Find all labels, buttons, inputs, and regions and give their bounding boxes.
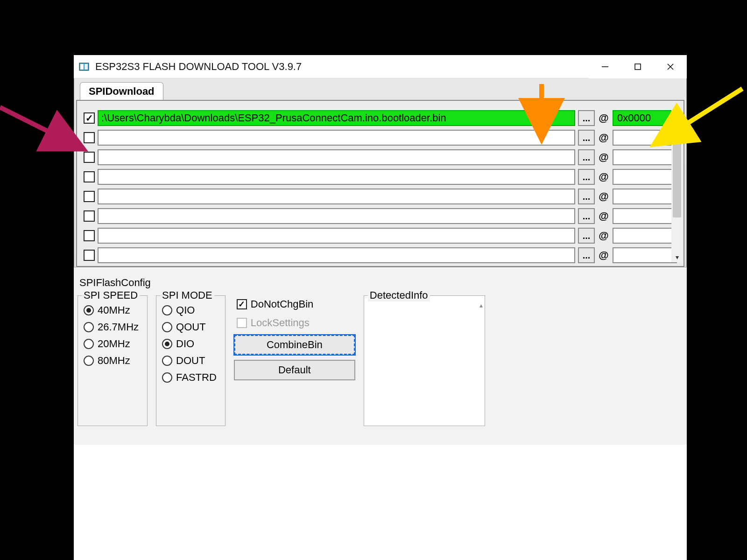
config-title: SPIFlashConfig [78,277,683,289]
spi-mode-qio[interactable]: QIO [162,304,217,316]
file-enable-checkbox[interactable] [84,230,95,241]
titlebar: ESP32S3 FLASH DOWNLOAD TOOL V3.9.7 [74,55,687,78]
svg-rect-2 [85,64,88,70]
file-address-input[interactable] [613,228,677,244]
maximize-button[interactable] [621,55,654,78]
radio-label: QOUT [176,321,206,333]
tab-spidownload[interactable]: SPIDownload [80,82,163,100]
file-row: ...@ [84,130,677,146]
file-address-input[interactable] [613,130,677,146]
scrollbar[interactable]: ▾ [671,109,683,262]
option-buttons: DoNotChgBin LockSettings CombineBin Defa… [234,289,355,426]
at-label: @ [598,171,610,183]
at-label: @ [598,151,610,163]
radio-label: 26.7MHz [98,321,139,333]
app-window: ESP32S3 FLASH DOWNLOAD TOOL V3.9.7 SPIDo… [74,55,687,560]
file-path-input[interactable] [98,208,575,224]
radio-dot-icon [162,305,172,315]
file-enable-checkbox[interactable] [84,112,95,124]
radio-dot-icon [162,339,172,349]
file-row: ...@ [84,247,677,263]
radio-dot-icon [84,356,94,366]
file-path-input[interactable] [98,189,575,204]
file-row: ...@ [84,208,677,224]
spi-speed-20mhz[interactable]: 20MHz [84,338,139,350]
donotchgbin-checkbox[interactable] [237,299,247,309]
file-address-input[interactable] [613,189,677,204]
radio-label: DOUT [176,355,205,367]
spi-mode-title: SPI MODE [160,289,214,301]
browse-button[interactable]: ... [578,189,595,204]
file-enable-checkbox[interactable] [84,191,95,202]
radio-label: 20MHz [98,338,130,350]
file-enable-checkbox[interactable] [84,152,95,163]
file-row: ...@ [84,169,677,185]
spi-mode-fastrd[interactable]: FASTRD [162,371,217,384]
close-button[interactable] [654,55,687,78]
file-address-input[interactable] [613,149,677,165]
spi-speed-267mhz[interactable]: 26.7MHz [84,321,139,333]
detected-title: DetectedInfo [368,289,430,301]
file-rows: ...@...@...@...@...@...@...@...@ [84,110,677,263]
browse-button[interactable]: ... [578,208,595,224]
at-label: @ [598,230,610,242]
spi-mode-group: SPI MODE QIOQOUTDIODOUTFASTRD [156,295,226,426]
file-path-input[interactable] [98,169,575,185]
scroll-up-icon[interactable]: ▴ [479,301,483,309]
app-icon [78,61,90,72]
file-row: ...@ [84,149,677,165]
radio-dot-icon [84,339,94,349]
file-enable-checkbox[interactable] [84,171,95,182]
client-area: SPIDownload ...@...@...@...@...@...@...@… [74,78,687,267]
at-label: @ [598,249,610,261]
download-panel: ...@...@...@...@...@...@...@...@ ▾ [76,100,684,267]
window-title: ESP32S3 FLASH DOWNLOAD TOOL V3.9.7 [95,61,589,73]
browse-button[interactable]: ... [578,247,595,263]
default-button[interactable]: Default [234,360,355,380]
spi-flash-config: SPIFlashConfig SPI SPEED 40MHz26.7MHz20M… [78,277,683,426]
file-path-input[interactable] [98,110,575,126]
file-row: ...@ [84,110,677,126]
spi-speed-80mhz[interactable]: 80MHz [84,355,139,367]
file-path-input[interactable] [98,228,575,244]
radio-label: FASTRD [176,371,217,384]
spi-speed-group: SPI SPEED 40MHz26.7MHz20MHz80MHz [78,295,148,426]
detected-info: DetectedInfo ▴ [364,295,485,426]
scroll-thumb[interactable] [673,110,681,217]
spi-mode-dio[interactable]: DIO [162,338,217,350]
config-area: SPIFlashConfig SPI SPEED 40MHz26.7MHz20M… [74,268,687,445]
radio-label: 80MHz [98,355,130,367]
scroll-down-icon[interactable]: ▾ [671,252,683,262]
file-enable-checkbox[interactable] [84,210,95,222]
radio-dot-icon [84,305,94,315]
file-path-input[interactable] [98,130,575,146]
file-enable-checkbox[interactable] [84,132,95,143]
arrow-red [0,107,84,149]
file-address-input[interactable] [613,110,677,126]
browse-button[interactable]: ... [578,228,595,244]
locksettings-label: LockSettings [251,317,310,329]
radio-label: DIO [176,338,194,350]
file-address-input[interactable] [613,208,677,224]
tabbar: SPIDownload [76,81,684,100]
minimize-button[interactable] [589,55,621,78]
browse-button[interactable]: ... [578,110,595,126]
spi-speed-40mhz[interactable]: 40MHz [84,304,139,316]
file-enable-checkbox[interactable] [84,250,95,261]
file-path-input[interactable] [98,247,575,263]
browse-button[interactable]: ... [578,130,595,146]
donotchgbin-row[interactable]: DoNotChgBin [234,297,355,311]
file-address-input[interactable] [613,247,677,263]
radio-dot-icon [84,322,94,332]
file-path-input[interactable] [98,149,575,165]
browse-button[interactable]: ... [578,169,595,185]
spi-mode-dout[interactable]: DOUT [162,355,217,367]
spi-mode-qout[interactable]: QOUT [162,321,217,333]
file-address-input[interactable] [613,169,677,185]
combinebin-button[interactable]: CombineBin [234,335,355,355]
at-label: @ [598,132,610,144]
radio-dot-icon [162,322,172,332]
file-row: ...@ [84,189,677,204]
browse-button[interactable]: ... [578,149,595,165]
at-label: @ [598,112,610,124]
